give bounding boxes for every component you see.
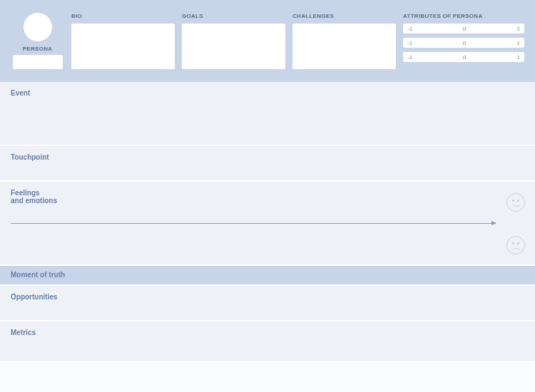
slider-min: -1 [407,40,412,46]
challenges-block: CHALLENGES [292,13,396,69]
opportunities-label: Opportunities [11,293,524,301]
slider-max: 1 [517,26,520,32]
attributes-label: ATTRIBUTES OF PERSONA [403,13,524,19]
bio-label: BIO [71,13,175,19]
happy-face-icon [506,193,525,212]
goals-label: GOALS [182,13,285,19]
attribute-slider-1[interactable]: -1 0 1 [403,24,524,33]
slider-mid: 0 [463,40,466,46]
attributes-block: ATTRIBUTES OF PERSONA -1 0 1 -1 0 1 -1 0… [403,13,524,69]
metrics-label: Metrics [11,329,524,336]
feelings-row[interactable]: Feelings and emotions [0,182,535,266]
goals-input[interactable] [182,24,285,69]
slider-mid: 0 [463,54,466,61]
slider-max: 1 [517,40,520,46]
moment-of-truth-row[interactable]: Moment of truth [0,266,535,286]
challenges-label: CHALLENGES [292,13,396,19]
attribute-slider-2[interactable]: -1 0 1 [403,38,524,48]
journey-rows: Event Touchpoint Feelings and emotions M… [0,82,535,361]
metrics-row[interactable]: Metrics [0,321,535,361]
slider-min: -1 [407,26,412,32]
challenges-input[interactable] [292,24,396,69]
slider-mid: 0 [463,26,466,32]
event-row[interactable]: Event [0,82,535,146]
persona-name-input[interactable] [13,55,63,69]
slider-min: -1 [407,54,412,61]
event-label: Event [11,89,524,97]
persona-label: PERSONA [23,46,53,52]
avatar-placeholder[interactable] [24,13,52,41]
goals-block: GOALS [182,13,285,69]
touchpoint-label: Touchpoint [11,153,524,161]
persona-header: PERSONA BIO GOALS CHALLENGES ATTRIBUTES … [0,0,535,82]
touchpoint-row[interactable]: Touchpoint [0,146,535,182]
timeline-arrow-icon [11,223,496,224]
slider-max: 1 [517,54,520,61]
sad-face-icon [506,236,525,254]
attribute-slider-3[interactable]: -1 0 1 [403,52,524,62]
moment-label: Moment of truth [11,271,524,279]
bio-input[interactable] [71,24,175,69]
persona-block: PERSONA [11,13,64,69]
opportunities-row[interactable]: Opportunities [0,286,535,321]
bio-block: BIO [71,13,175,69]
feelings-label: Feelings and emotions [11,189,496,205]
